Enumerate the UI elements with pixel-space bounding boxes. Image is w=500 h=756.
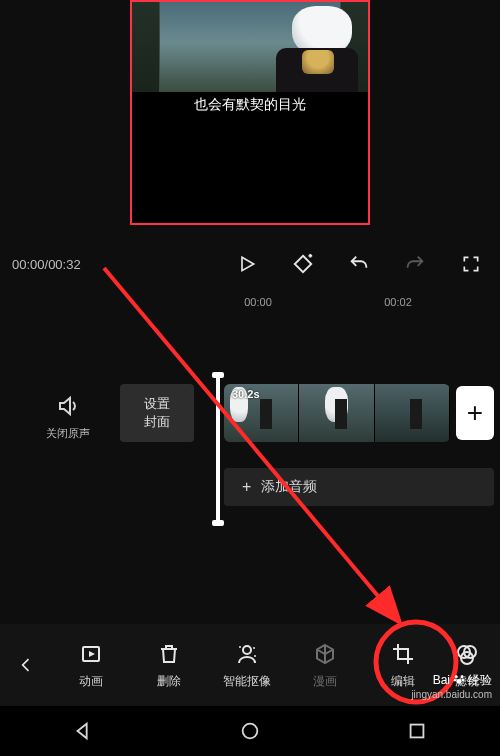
add-audio-track[interactable]: + 添加音频 (224, 468, 494, 506)
svg-point-20 (454, 679, 456, 681)
mute-audio-label: 关闭原声 (40, 426, 96, 441)
svg-point-7 (253, 647, 255, 649)
toolbar-item-comic[interactable]: 漫画 (286, 624, 364, 706)
person-cutout-icon (234, 641, 260, 667)
svg-point-19 (461, 675, 464, 678)
watermark: Bai 经验 jingyan.baidu.com (411, 672, 492, 702)
trash-icon (156, 641, 182, 667)
watermark-brand-prefix: Bai (433, 673, 450, 687)
ruler-tick-label: 00:00 (244, 296, 272, 308)
preview-frame (132, 2, 368, 92)
undo-button[interactable] (348, 253, 370, 275)
speaker-icon (56, 394, 80, 418)
plus-icon: + (467, 397, 483, 429)
fullscreen-button[interactable] (460, 253, 482, 275)
toolbar-item-label: 动画 (79, 673, 103, 690)
svg-marker-0 (242, 257, 254, 270)
clip-thumbnail (375, 384, 450, 442)
redo-button[interactable] (404, 253, 426, 275)
set-cover-button[interactable]: 设置 封面 (120, 384, 194, 442)
toolbar-item-animation[interactable]: 动画 (52, 624, 130, 706)
add-clip-button[interactable]: + (456, 386, 494, 440)
filter-icon (454, 641, 480, 667)
animation-icon (78, 641, 104, 667)
chevron-left-icon (16, 655, 36, 675)
toolbar-item-label: 漫画 (313, 673, 337, 690)
toolbar-item-label: 删除 (157, 673, 181, 690)
clip-duration-label: 30.2s (232, 388, 260, 400)
svg-point-6 (239, 646, 241, 648)
timecode-label: 00:00/00:32 (12, 257, 81, 272)
playhead[interactable] (216, 374, 220, 524)
timeline-area: 关闭原声 设置 封面 30.2s + + 添加音频 (0, 370, 500, 550)
watermark-url: jingyan.baidu.com (411, 688, 492, 702)
nav-home-button[interactable] (239, 720, 261, 742)
svg-marker-12 (78, 724, 87, 739)
set-cover-line1: 设置 (144, 395, 170, 413)
svg-marker-4 (89, 651, 95, 657)
crop-icon (390, 641, 416, 667)
nav-recent-button[interactable] (406, 720, 428, 742)
paw-icon (452, 672, 466, 688)
video-preview-area: 也会有默契的目光 (0, 0, 500, 238)
video-clip[interactable]: 30.2s (224, 384, 450, 442)
svg-point-22 (456, 679, 461, 684)
toolbar-item-smart-cutout[interactable]: 智能抠像 (208, 624, 286, 706)
preview-subtitle: 也会有默契的目光 (132, 96, 368, 114)
svg-point-5 (243, 646, 251, 654)
add-audio-label: 添加音频 (261, 478, 317, 496)
svg-point-8 (254, 655, 256, 657)
toolbar-item-label: 智能抠像 (223, 673, 271, 690)
play-button[interactable] (236, 253, 258, 275)
set-cover-line2: 封面 (144, 413, 170, 431)
video-preview[interactable]: 也会有默契的目光 (130, 0, 370, 225)
svg-point-13 (243, 724, 258, 739)
system-nav-bar (0, 706, 500, 756)
nav-back-button[interactable] (72, 720, 94, 742)
mute-audio-button[interactable]: 关闭原声 (40, 394, 96, 441)
toolbar-item-delete[interactable]: 删除 (130, 624, 208, 706)
keyframe-add-button[interactable] (292, 253, 314, 275)
timeline-ruler[interactable]: 00:00 00:02 (0, 296, 500, 316)
svg-point-18 (455, 675, 458, 678)
svg-point-21 (462, 679, 464, 681)
clip-thumbnail (299, 384, 374, 442)
toolbar-back-button[interactable] (0, 624, 52, 706)
plus-icon: + (242, 478, 251, 496)
svg-rect-14 (410, 725, 423, 738)
ruler-tick-label: 00:02 (384, 296, 412, 308)
transport-bar: 00:00/00:32 (0, 248, 500, 280)
watermark-brand-suffix: 经验 (468, 673, 492, 687)
cube-icon (312, 641, 338, 667)
